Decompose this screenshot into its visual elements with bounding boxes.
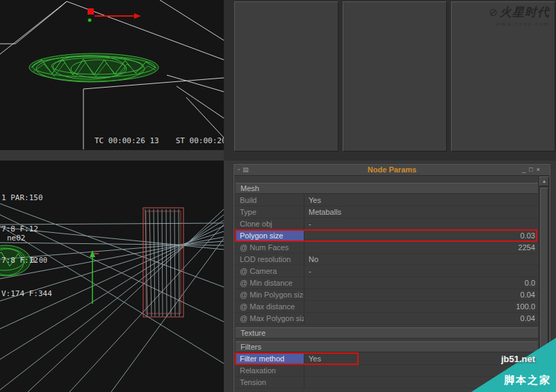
viewport-stats: 1 PAR:150 7:8 F:12 7:8 F:12 V:174 F:344 [1,172,52,320]
viewport-perspective[interactable]: TC 00:00:26 13 ST 00:00:20 [0,0,224,150]
param-value[interactable]: 0.04 [304,313,539,324]
stat-line: 1 PAR:150 [1,193,52,203]
grid-icon[interactable]: ▤ [243,165,249,175]
shelf-panel-2[interactable] [343,1,447,152]
param-label: @ Max distance [235,301,304,312]
param-label: @ Min distance [235,277,304,288]
section-header-texture[interactable]: Texture [236,327,538,338]
watermark-url: www.hxsd.com [489,21,550,27]
param-row-clone-obj[interactable]: Clone obj - [235,218,539,230]
param-label: @ Min Polygon size [235,289,304,300]
dock-icon[interactable]: ▫ [238,165,240,175]
titlebar-handles: ▫ ▤ [234,165,249,175]
param-value[interactable]: 0.04 [304,289,539,300]
param-row-type[interactable]: Type Metaballs [235,206,539,218]
param-label: @ Num Faces [235,242,304,253]
timeline-readout: TC 00:00:26 13 ST 00:00:20 [95,136,224,145]
param-label: LOD resolution [235,254,304,265]
scroll-up-icon[interactable]: ▲ [539,177,549,186]
param-label: Clone obj [235,218,304,229]
hxsd-logo-icon: ⊘ [489,6,498,19]
param-row-max-distance[interactable]: @ Max distance 100.0 [235,301,539,313]
close-icon[interactable]: × [537,165,540,175]
param-label: Tension [235,377,304,388]
param-value[interactable]: Metaballs [304,206,539,218]
viewport-side[interactable]: 1 PAR:150 7:8 F:12 7:8 F:12 V:174 F:344 … [0,161,224,392]
metaball-mesh-wireframe [29,54,158,82]
param-value[interactable]: - [304,218,539,229]
wireframe-scene-top [0,0,224,150]
param-row-max-polygon-size[interactable]: @ Max Polygon size 0.04 [235,313,539,325]
watermark-hxsd: ⊘ 火星时代 www.hxsd.com [489,4,550,27]
param-label: Polygon size [235,230,304,241]
watermark-brand-line: ⊘ 火星时代 [489,4,550,20]
param-row-min-polygon-size[interactable]: @ Min Polygon size 0.04 [235,289,539,301]
param-row-lod-resolution[interactable]: LOD resolution No [235,254,539,266]
statetime-label: ST 00:00:20 [176,136,224,145]
stat-line: 7:8 F:12 [1,224,52,234]
param-value[interactable]: 2254 [304,242,539,253]
param-row-num-faces[interactable]: @ Num Faces 2254 [235,242,539,254]
param-row-camera[interactable]: @ Camera - [235,266,539,277]
watermark-name: 脚本之家 [504,374,551,387]
minimize-icon[interactable]: _ [522,165,525,175]
param-label: Build [235,195,304,206]
param-row-build[interactable]: Build Yes [235,195,539,206]
param-label: @ Max Polygon size [235,313,304,324]
axis-gizmo [88,8,141,22]
panel-titlebar[interactable]: ▫ ▤ Node Params _ □ × [234,165,550,176]
watermark-site: jb51.net [501,354,535,364]
param-value[interactable]: Yes [304,195,539,206]
section-header-mesh[interactable]: Mesh [236,183,538,194]
maximize-icon[interactable]: □ [529,165,532,175]
watermark-brand: 火星时代 [500,4,550,20]
param-value[interactable]: 100.0 [304,301,539,312]
param-row-min-distance[interactable]: @ Min distance 0.0 [235,277,539,289]
param-value[interactable]: 0.0 [304,277,539,288]
dense-vertical-lines [145,209,179,316]
param-row-polygon-size[interactable]: Polygon size 0.03 [235,230,539,242]
scrollbar-thumb[interactable] [540,188,548,349]
param-label: Type [235,206,304,218]
shelf-panel-1[interactable] [234,1,338,152]
param-value[interactable]: - [304,266,539,277]
panel-title: Node Params [234,165,550,175]
param-value[interactable]: No [304,254,539,265]
window-buttons: _ □ × [522,165,550,175]
param-label: Filter method [235,353,304,364]
timecode-label: TC 00:00:26 13 [95,136,159,145]
stat-line: V:174 F:344 [1,288,52,299]
mesh-value-label: 0.00 [31,256,47,264]
param-label: Relaxation [235,365,304,376]
param-value[interactable]: 0.03 [304,230,539,241]
node-name-label: ne02 [7,234,26,243]
param-label: @ Camera [235,266,304,277]
